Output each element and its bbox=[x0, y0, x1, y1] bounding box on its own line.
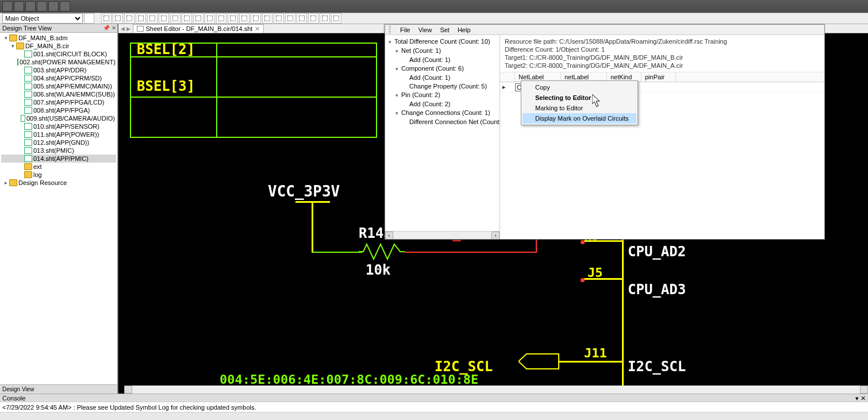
ctx-select-editor[interactable]: Selecting to Editor bbox=[523, 93, 636, 103]
tree-design-resource[interactable]: Design Resource bbox=[18, 179, 67, 187]
ctx-copy[interactable]: Copy bbox=[523, 82, 636, 93]
tree-log[interactable]: log bbox=[33, 171, 42, 179]
horizontal-scrollbar[interactable] bbox=[124, 386, 868, 394]
tree-sheet-selected[interactable]: 014.sht(APP/PMIC) bbox=[33, 155, 89, 163]
tool-icon[interactable] bbox=[37, 1, 47, 11]
object-selector[interactable]: Main Object bbox=[2, 13, 83, 24]
sheet-icon bbox=[24, 67, 32, 74]
tree-sheet[interactable]: 012.sht(APP(GND)) bbox=[33, 138, 89, 147]
grip-icon[interactable] bbox=[389, 26, 391, 34]
tool-icon[interactable] bbox=[216, 13, 226, 24]
tool-icon[interactable] bbox=[331, 13, 341, 24]
tree-root[interactable]: DF_MAIN_B.sdm bbox=[18, 34, 68, 42]
tool-icon[interactable] bbox=[320, 13, 330, 24]
design-view-tab[interactable]: Design View bbox=[0, 384, 117, 394]
console-titlebar[interactable]: Console ▾ ✕ bbox=[0, 394, 868, 402]
tool-icon[interactable] bbox=[2, 1, 13, 11]
diff-comp-add[interactable]: Add (Count: 1) bbox=[409, 74, 451, 81]
diff-conn-net[interactable]: Different Connection Net (Count: 1) bbox=[409, 118, 500, 125]
pin-icon[interactable]: ▾ ✕ bbox=[855, 394, 866, 402]
tool-icon[interactable] bbox=[205, 13, 215, 24]
tool-icon[interactable] bbox=[136, 13, 146, 24]
menu-file[interactable]: File bbox=[400, 26, 410, 33]
pin-icon[interactable]: 📌 ✕ bbox=[103, 25, 116, 31]
folder-icon bbox=[9, 34, 17, 41]
tool-icon[interactable] bbox=[84, 13, 94, 24]
sheet-icon bbox=[24, 139, 32, 146]
tool-icon[interactable] bbox=[101, 13, 112, 24]
tree-sheet[interactable]: 013.sht(PMIC) bbox=[33, 147, 74, 155]
tool-icon[interactable] bbox=[147, 13, 158, 24]
close-icon[interactable]: ✕ bbox=[255, 25, 260, 33]
diff-pin[interactable]: Pin (Count: 2) bbox=[401, 91, 440, 98]
ctx-mark-editor[interactable]: Marking to Editor bbox=[523, 103, 636, 113]
sheet-icon bbox=[24, 107, 32, 114]
menu-view[interactable]: View bbox=[418, 26, 432, 33]
design-tree-panel: Design Tree View 📌 ✕ ▾DF_MAIN_B.sdm ▾DF_… bbox=[0, 24, 118, 394]
tool-icon[interactable] bbox=[239, 13, 249, 24]
diff-comp[interactable]: Component (Count: 6) bbox=[401, 65, 464, 72]
console-label: Console bbox=[2, 395, 25, 402]
tree-sheet[interactable]: 005.sht(APP/EMMC(MAIN)) bbox=[33, 82, 112, 90]
component-value: 10k bbox=[366, 262, 390, 278]
tool-icon[interactable] bbox=[228, 13, 238, 24]
tool-icon[interactable] bbox=[262, 13, 272, 24]
difference-tree[interactable]: ▾Total Difference Count (Count: 10) ▾Net… bbox=[385, 35, 500, 231]
tree-scrollbar[interactable]: ‹ › bbox=[385, 231, 500, 239]
tree-sheet[interactable]: 008.sht(APP/FPGA) bbox=[33, 106, 90, 114]
port-icon bbox=[519, 353, 560, 370]
tree-sheet[interactable]: 010.sht(APP/SENSOR) bbox=[33, 122, 99, 130]
sheet-icon bbox=[137, 26, 144, 32]
tool-icon[interactable] bbox=[48, 1, 59, 11]
tool-icon[interactable] bbox=[124, 13, 135, 24]
tool-icon[interactable] bbox=[274, 13, 284, 24]
tree-sheet[interactable]: 001.sht(CIRCUIT BLOCK) bbox=[33, 50, 107, 58]
tree-cir[interactable]: DF_MAIN_B.cir bbox=[25, 42, 69, 50]
folder-icon bbox=[16, 43, 24, 49]
scroll-left-icon[interactable]: ‹ bbox=[385, 232, 393, 239]
menu-help[interactable]: Help bbox=[458, 26, 471, 33]
editor-tab[interactable]: Sheet Editor - DF_MAIN_B.cir/014.sht ✕ bbox=[133, 24, 264, 33]
tool-icon[interactable] bbox=[25, 1, 36, 11]
tree-sheet[interactable]: 007.sht(APP/FPGA/LCD) bbox=[33, 98, 105, 106]
diff-conn[interactable]: Change Connections (Count: 1) bbox=[401, 109, 490, 116]
diff-comp-chg[interactable]: Change Property (Count: 5) bbox=[409, 83, 487, 90]
tool-icon[interactable] bbox=[308, 13, 318, 24]
tool-icon[interactable] bbox=[182, 13, 192, 24]
panel-title-label: Design Tree View bbox=[2, 25, 52, 32]
scroll-right-icon[interactable] bbox=[860, 386, 868, 394]
tool-icon[interactable] bbox=[251, 13, 261, 24]
ctx-overlay-mark[interactable]: Display Mark on Overlaid Circuits bbox=[523, 113, 636, 124]
tree-sheet[interactable]: 006.sht(WLAN/EMMC(SUB)) bbox=[33, 90, 115, 98]
scroll-right-icon[interactable]: › bbox=[491, 232, 500, 239]
tool-icon[interactable] bbox=[297, 13, 307, 24]
tool-icon[interactable] bbox=[60, 1, 70, 11]
design-tree[interactable]: ▾DF_MAIN_B.sdm ▾DF_MAIN_B.cir 001.sht(CI… bbox=[0, 33, 117, 384]
tool-icon[interactable] bbox=[170, 13, 180, 24]
diff-root[interactable]: Total Difference Count (Count: 10) bbox=[394, 38, 490, 45]
diff-net-add[interactable]: Add (Count: 1) bbox=[409, 56, 451, 63]
tool-icon[interactable] bbox=[14, 1, 24, 11]
tree-sheet[interactable]: 002.sht(POWER MANAGEMENT) bbox=[20, 58, 116, 66]
tool-icon[interactable] bbox=[285, 13, 295, 24]
folder-icon bbox=[24, 163, 32, 170]
tool-icon[interactable] bbox=[159, 13, 169, 24]
resistor-icon bbox=[359, 243, 405, 260]
diff-pin-add[interactable]: Add (Count: 2) bbox=[409, 101, 451, 107]
panel-title: Design Tree View 📌 ✕ bbox=[0, 24, 117, 33]
pin-label: J11 bbox=[584, 346, 607, 360]
difference-menubar: File View Set Help bbox=[385, 25, 824, 35]
tool-icon[interactable] bbox=[113, 13, 123, 24]
scroll-left-icon[interactable] bbox=[124, 386, 132, 394]
tree-sheet[interactable]: 003.sht(APP/DDR) bbox=[33, 66, 86, 74]
diff-net[interactable]: Net (Count: 1) bbox=[401, 47, 441, 54]
meta-count: Difference Count: 1/Object Count: 1 bbox=[505, 45, 820, 53]
tree-sheet[interactable]: 011.sht(APP(POWER)) bbox=[33, 130, 99, 138]
tree-sheet[interactable]: 004.sht(APP/CPRM/SD) bbox=[33, 74, 102, 82]
sheet-icon bbox=[24, 91, 32, 98]
tool-icon[interactable] bbox=[193, 13, 203, 24]
tree-ext[interactable]: ext bbox=[33, 163, 42, 171]
grid-col[interactable]: pinPair bbox=[642, 72, 676, 82]
menu-set[interactable]: Set bbox=[440, 26, 450, 33]
tree-sheet[interactable]: 009.sht(USB/CAMERA/AUDIO) bbox=[26, 114, 115, 122]
